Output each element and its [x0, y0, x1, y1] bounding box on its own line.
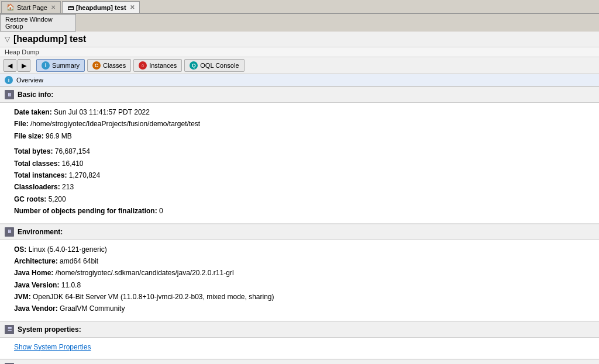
oql-icon: Q	[190, 61, 198, 70]
arch-value: amd64 64bit	[60, 257, 98, 265]
jvm-label: JVM:	[14, 293, 31, 301]
environment-section: 🖥 Environment: OS: Linux (5.4.0-121-gene…	[0, 224, 599, 321]
system-properties-header: ☰ System properties:	[0, 321, 599, 338]
instances-icon: ○	[139, 61, 147, 70]
environment-title: Environment:	[18, 228, 63, 236]
classes-icon: C	[92, 61, 101, 70]
arch-label: Architecture:	[14, 257, 58, 265]
java-vendor-row: Java Vendor: GraalVM Community	[14, 303, 592, 314]
java-version-value: 11.0.8	[61, 281, 81, 289]
basic-info-title: Basic info:	[18, 91, 53, 99]
tab-start-page[interactable]: 🏠 Start Page ✕	[1, 1, 61, 13]
total-classes-value: 16,410	[62, 160, 84, 168]
restore-window-group-bar[interactable]: Restore Window Group	[0, 14, 76, 32]
environment-body: OS: Linux (5.4.0-121-generic) Architectu…	[0, 240, 599, 321]
gc-roots-value: 5,200	[49, 195, 66, 203]
classes-label: Classes	[103, 62, 126, 69]
overview-bar: i Overview	[0, 74, 599, 86]
back-icon: ◀	[8, 62, 12, 70]
overview-label: Overview	[16, 77, 43, 84]
instances-button[interactable]: ○ Instances	[133, 59, 182, 72]
java-version-row: Java Version: 11.0.8	[14, 279, 592, 291]
toolbar: ◀ ▶ i Summary C Classes ○ Instances Q OQ…	[0, 57, 599, 74]
show-system-properties-link[interactable]: Show System Properties	[14, 343, 91, 351]
file-value: /home/strogiyotec/IdeaProjects/fusion/de…	[30, 120, 200, 128]
total-instances-row: Total instances: 1,270,824	[14, 169, 592, 181]
file-row: File: /home/strogiyotec/IdeaProjects/fus…	[14, 118, 592, 130]
system-properties-title: System properties:	[18, 325, 81, 334]
os-value: Linux (5.4.0-121-generic)	[29, 245, 107, 254]
pending-value: 0	[159, 207, 163, 215]
overview-info-icon: i	[5, 76, 13, 84]
java-home-value: /home/strogiyotec/.sdkman/candidates/jav…	[56, 269, 234, 277]
summary-icon: i	[42, 61, 50, 70]
basic-info-section: 🖥 Basic info: Date taken: Sun Jul 03 11:…	[0, 86, 599, 224]
toolbar-nav: ◀ ▶	[4, 59, 30, 72]
window-title: [heapdump] test	[13, 34, 86, 44]
classloaders-row: Classloaders: 213	[14, 181, 592, 193]
start-page-icon: 🏠	[6, 4, 15, 11]
instances-label: Instances	[149, 62, 177, 69]
threads-section: ☰ Threads at the heap dump: Show Threads	[0, 359, 599, 364]
jvm-row: JVM: OpenJDK 64-Bit Server VM (11.0.8+10…	[14, 291, 592, 303]
basic-info-header: 🖥 Basic info:	[0, 86, 599, 103]
date-taken-row: Date taken: Sun Jul 03 11:41:57 PDT 2022	[14, 106, 592, 118]
oql-console-button[interactable]: Q OQL Console	[184, 59, 244, 72]
java-version-label: Java Version:	[14, 281, 59, 289]
environment-header: 🖥 Environment:	[0, 224, 599, 240]
pending-row: Number of objects pending for finalizati…	[14, 205, 592, 217]
total-bytes-row: Total bytes: 76,687,154	[14, 145, 592, 157]
summary-label: Summary	[52, 62, 80, 69]
file-size-value: 96.9 MB	[46, 132, 72, 140]
total-bytes-value: 76,687,154	[55, 147, 90, 155]
total-classes-row: Total classes: 16,410	[14, 158, 592, 169]
gc-roots-label: GC roots:	[14, 195, 46, 203]
heapdump-tab-icon: 🗃	[67, 4, 74, 11]
tab-start-page-close[interactable]: ✕	[51, 4, 56, 11]
pending-label: Number of objects pending for finalizati…	[14, 207, 157, 215]
java-home-row: Java Home: /home/strogiyotec/.sdkman/can…	[14, 267, 592, 279]
system-properties-body: Show System Properties	[0, 338, 599, 359]
basic-info-icon: 🖥	[5, 90, 14, 99]
threads-header: ☰ Threads at the heap dump:	[0, 359, 599, 364]
gc-roots-row: GC roots: 5,200	[14, 193, 592, 205]
main-content: 🖥 Basic info: Date taken: Sun Jul 03 11:…	[0, 86, 599, 364]
heap-dump-label: Heap Dump	[0, 47, 599, 57]
java-vendor-value: GraalVM Community	[60, 304, 125, 313]
tab-heapdump-label: [heapdump] test	[76, 4, 126, 11]
os-label: OS:	[14, 245, 26, 254]
tab-start-page-label: Start Page	[17, 4, 47, 11]
forward-button[interactable]: ▶	[18, 59, 30, 72]
date-taken-value: Sun Jul 03 11:41:57 PDT 2022	[54, 108, 150, 116]
total-classes-label: Total classes:	[14, 160, 60, 168]
arch-row: Architecture: amd64 64bit	[14, 255, 592, 267]
classloaders-label: Classloaders:	[14, 183, 60, 191]
collapse-arrow-icon: ▽	[5, 35, 10, 43]
tab-heapdump-test[interactable]: 🗃 [heapdump] test ✕	[62, 1, 140, 13]
forward-icon: ▶	[22, 62, 26, 70]
java-vendor-label: Java Vendor:	[14, 304, 58, 313]
classes-button[interactable]: C Classes	[87, 59, 131, 72]
file-label: File:	[14, 120, 29, 128]
system-properties-section: ☰ System properties: Show System Propert…	[0, 321, 599, 359]
restore-window-group-label: Restore Window Group	[5, 16, 53, 30]
classloaders-value: 213	[62, 183, 74, 191]
os-row: OS: Linux (5.4.0-121-generic)	[14, 244, 592, 255]
java-home-label: Java Home:	[14, 269, 53, 277]
window-title-bar: ▽ [heapdump] test	[0, 32, 599, 47]
file-size-label: File size:	[14, 132, 44, 140]
tab-heapdump-close[interactable]: ✕	[130, 4, 135, 11]
back-button[interactable]: ◀	[4, 59, 16, 72]
environment-icon: 🖥	[5, 227, 14, 237]
oql-console-label: OQL Console	[200, 62, 239, 69]
total-instances-label: Total instances:	[14, 171, 67, 179]
system-properties-icon: ☰	[5, 325, 14, 334]
total-instances-value: 1,270,824	[69, 171, 100, 179]
file-size-row: File size: 96.9 MB	[14, 130, 592, 142]
date-taken-label: Date taken:	[14, 108, 52, 116]
heap-dump-subtitle: Heap Dump	[5, 48, 39, 56]
basic-info-body: Date taken: Sun Jul 03 11:41:57 PDT 2022…	[0, 103, 599, 224]
summary-button[interactable]: i Summary	[36, 59, 85, 72]
tab-bar: 🏠 Start Page ✕ 🗃 [heapdump] test ✕	[0, 0, 599, 14]
total-bytes-label: Total bytes:	[14, 147, 53, 155]
